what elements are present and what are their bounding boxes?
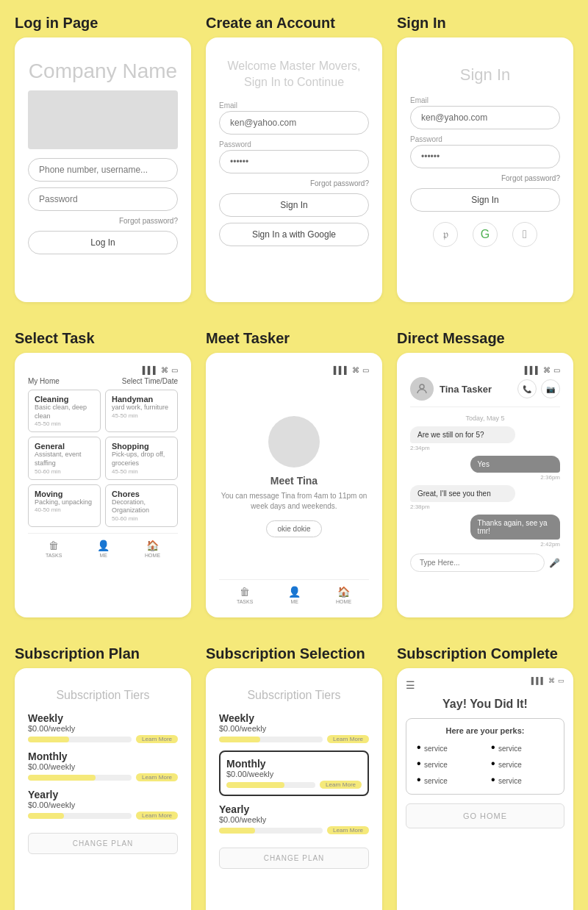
dm-action-buttons: 📞 📷: [517, 379, 560, 398]
perk-bullet-5: •: [491, 757, 498, 770]
phone-username-input[interactable]: [28, 158, 178, 182]
meet-bottom-nav: 🗑 TASKS 👤 ME 🏠 HOME: [219, 579, 369, 604]
msg-time-2: 2:36pm: [410, 474, 560, 481]
complete-signal-icon: ▌▌▌: [531, 677, 545, 684]
meet-me-label: ME: [290, 599, 298, 604]
dm-contact-name: Tina Tasker: [440, 384, 512, 395]
weekly-bar-fill: [28, 737, 69, 742]
select-time-date-label: Select Time/Date: [122, 377, 178, 385]
facebook-icon[interactable]: 𝔭: [433, 222, 458, 247]
sub-selection-yearly[interactable]: Yearly $0.00/weekly Learn More: [219, 803, 369, 834]
nav-tasks[interactable]: 🗑 TASKS: [46, 540, 62, 558]
send-icon[interactable]: 🎤: [549, 558, 560, 568]
create-email-input[interactable]: [219, 111, 369, 135]
perk-5: • service: [491, 757, 553, 770]
create-password-input[interactable]: [219, 150, 369, 173]
status-bar: ▌▌▌ ⌘ ▭: [28, 366, 178, 374]
hamburger-menu-icon[interactable]: ☰: [406, 679, 415, 691]
sub-selection-title: Subscription Tiers: [219, 689, 369, 702]
change-plan-button[interactable]: CHANGE PLAN: [28, 833, 178, 854]
dm-battery-icon: ▭: [553, 366, 560, 374]
dm-card: ▌▌▌ ⌘ ▭ Tina Tasker 📞 📷 Today, May 5 Are…: [397, 353, 573, 617]
password-field-label: Password: [219, 140, 369, 148]
task-cleaning[interactable]: Cleaning Basic clean, deep clean 45-50 m…: [28, 390, 101, 432]
login-button[interactable]: Log In: [28, 231, 178, 254]
meet-nav-me[interactable]: 👤 ME: [288, 586, 301, 604]
sub-tier-weekly[interactable]: Weekly $0.00/weekly Learn More: [28, 712, 178, 743]
sel-yearly-bar-bg: [219, 828, 323, 834]
perk-bullet-4: •: [491, 741, 498, 753]
apple-icon[interactable]: : [512, 222, 537, 247]
sel-weekly-bar-fill: [219, 737, 260, 742]
home-nav-label: HOME: [145, 553, 160, 558]
dm-phone-button[interactable]: 📞: [517, 379, 537, 398]
wifi-icon: ⌘: [161, 366, 168, 374]
yay-title: Yay! You Did It!: [406, 698, 564, 711]
google-signin-button[interactable]: Sign In a with Google: [219, 223, 369, 246]
perk-item-3: service: [424, 777, 448, 785]
dm-video-button[interactable]: 📷: [541, 379, 560, 398]
sub-tier-yearly[interactable]: Yearly $0.00/weekly Learn More: [28, 789, 178, 820]
meet-nav-home[interactable]: 🏠 HOME: [336, 586, 351, 604]
nav-home[interactable]: 🏠 HOME: [145, 540, 160, 558]
dm-input-row: 🎤: [410, 553, 560, 572]
dm-message-input[interactable]: [410, 553, 545, 572]
monthly-price: $0.00/weekly: [28, 762, 178, 771]
perk-6: • service: [491, 773, 553, 787]
my-home-label: My Home: [28, 377, 60, 385]
create-account-label: Create an Account: [206, 15, 382, 32]
task-moving[interactable]: Moving Packing, unpacking 40-50 min: [28, 484, 101, 527]
sel-change-plan-button[interactable]: CHANGE PLAN: [219, 848, 369, 869]
meet-home-icon: 🏠: [337, 586, 350, 598]
msg-time-1: 2:34pm: [410, 445, 560, 451]
google-icon[interactable]: G: [473, 222, 498, 247]
dm-contact-avatar: [410, 377, 434, 401]
task-handyman[interactable]: Handyman yard work, furniture 45-50 min: [105, 390, 178, 432]
moving-sub: Packing, unpacking: [35, 498, 94, 507]
message-4: Thanks again, see ya tmr! 2:42pm: [410, 515, 560, 548]
message-1: Are we still on for 5? 2:34pm: [410, 426, 560, 451]
meet-wifi-icon: ⌘: [352, 366, 359, 374]
sel-yearly-bar-fill: [219, 828, 255, 834]
home-icon: 🏠: [146, 540, 159, 551]
chores-sub: Decoration, Organization: [112, 498, 171, 515]
create-forgot-link[interactable]: Forgot password?: [219, 179, 369, 187]
task-shopping[interactable]: Shopping Pick-ups, drop off, groceries 4…: [105, 437, 178, 479]
perk-item-4: service: [498, 745, 522, 753]
signin-password-input[interactable]: [410, 145, 560, 168]
sub-selection-weekly[interactable]: Weekly $0.00/weekly Learn More: [219, 712, 369, 743]
sub-plan-title: Subscription Tiers: [28, 689, 178, 702]
go-home-button[interactable]: GO HOME: [406, 803, 564, 828]
complete-battery-icon: ▭: [558, 677, 564, 684]
handyman-title: Handyman: [112, 395, 171, 404]
sub-tier-monthly[interactable]: Monthly $0.00/weekly Learn More: [28, 750, 178, 781]
yearly-price: $0.00/weekly: [28, 800, 178, 809]
task-general[interactable]: General Assistant, event staffing 50-60 …: [28, 437, 101, 479]
chores-time: 50-60 min: [112, 515, 171, 522]
perk-1: • service: [417, 741, 479, 754]
svg-point-0: [420, 384, 424, 389]
tasker-profile: Meet Tina You can message Tina from 4am …: [219, 409, 369, 545]
meet-nav-tasks[interactable]: 🗑 TASKS: [237, 586, 253, 604]
perk-bullet-2: •: [417, 757, 424, 770]
monthly-bar-bg: [28, 775, 132, 781]
okie-dokie-button[interactable]: okie dokie: [266, 520, 321, 537]
signin-button[interactable]: Sign In: [410, 188, 560, 212]
me-icon: 👤: [97, 540, 110, 551]
forgot-password-link[interactable]: Forgot password?: [28, 217, 178, 225]
login-page-label: Log in Page: [15, 15, 191, 32]
cleaning-time: 45-50 min: [35, 420, 94, 427]
perks-title: Here are your perks:: [417, 726, 553, 735]
password-input[interactable]: [28, 187, 178, 211]
signal-icon: ▌▌▌: [143, 366, 158, 374]
monthly-bar-row: Learn More: [28, 773, 178, 781]
signin-forgot-link[interactable]: Forgot password?: [410, 174, 560, 182]
create-account-card: Welcome Master Movers, Sign In to Contin…: [206, 37, 382, 302]
signin-email-input[interactable]: [410, 106, 560, 129]
complete-wifi-icon: ⌘: [548, 677, 555, 684]
create-signin-button[interactable]: Sign In: [219, 193, 369, 217]
task-chores[interactable]: Chores Decoration, Organization 50-60 mi…: [105, 484, 178, 527]
nav-me[interactable]: 👤 ME: [97, 540, 110, 558]
msg-bubble-right-2: Thanks again, see ya tmr!: [470, 515, 560, 540]
sub-selection-monthly-selected[interactable]: Monthly $0.00/weekly Learn More: [219, 750, 369, 796]
